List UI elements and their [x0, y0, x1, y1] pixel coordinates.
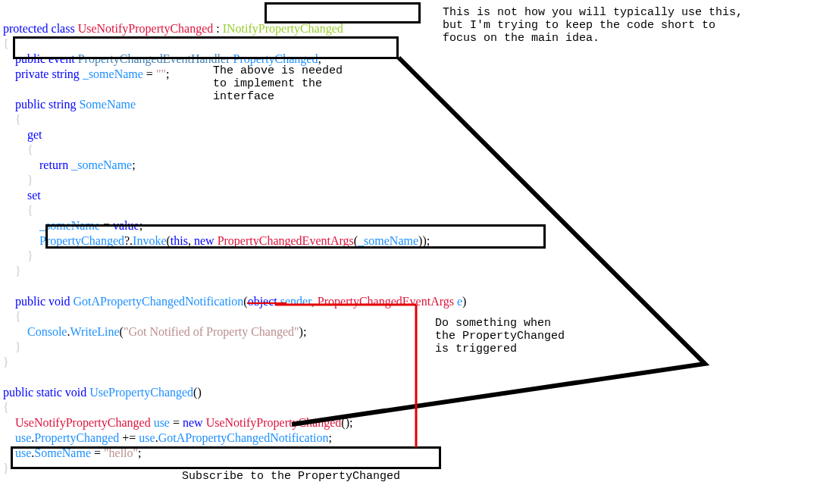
keyword-void: void: [62, 386, 86, 399]
keyword-private: private: [15, 67, 49, 80]
close: );: [299, 325, 307, 338]
parens-semi: ();: [341, 416, 352, 429]
brace: }: [15, 340, 21, 353]
interface-name: INotifyPropertyChanged: [223, 22, 343, 35]
keyword-string: string: [49, 67, 79, 80]
brace: }: [3, 355, 9, 368]
var-use: use: [15, 431, 31, 444]
brace: {: [15, 310, 21, 323]
brace: }: [27, 249, 33, 262]
brace: }: [27, 174, 33, 186]
equals: =: [143, 67, 156, 80]
brace: {: [27, 204, 33, 217]
semicolon: ;: [132, 158, 135, 171]
highlight-box-event: [13, 36, 399, 59]
string-literal: "Got Notified of Property Changed": [124, 325, 299, 338]
property-somename: SomeName: [76, 98, 136, 111]
var-use: use: [151, 416, 170, 429]
annotation-above-needed: The above is needed to implement the int…: [213, 64, 343, 103]
plus-equals: +=: [119, 431, 139, 444]
keyword-public: public: [15, 98, 45, 111]
propertychanged-ref: PropertyChanged: [34, 431, 119, 444]
annotation-do-something: Do something when the PropertyChanged is…: [435, 317, 565, 355]
param-e: e: [454, 295, 462, 308]
handler-ref: GotAPropertyChangedNotification: [158, 431, 329, 444]
type-use: UseNotifyPropertyChanged: [15, 416, 151, 429]
brace: {: [15, 113, 21, 126]
method-notification: GotAPropertyChangedNotification: [70, 295, 243, 308]
console-ref: Console: [27, 325, 67, 338]
equals: =: [170, 416, 183, 429]
brace: {: [27, 143, 33, 156]
highlight-box-interface: [265, 2, 421, 23]
keyword-void: void: [45, 295, 70, 308]
brace: }: [15, 265, 21, 277]
comma: ,: [311, 295, 318, 308]
keyword-public: public: [3, 386, 33, 399]
brace: {: [3, 401, 9, 414]
keyword-object: object: [248, 295, 277, 308]
type-args: PropertyChangedEventArgs: [318, 295, 454, 308]
keyword-new: new: [183, 416, 203, 429]
annotation-subscribe: Subscribe to the PropertyChanged: [182, 470, 400, 483]
parens: (): [193, 386, 202, 399]
keyword-get: get: [27, 128, 42, 141]
type-use: UseNotifyPropertyChanged: [203, 416, 342, 429]
colon: :: [213, 22, 222, 35]
writeline-call: WriteLine: [70, 325, 119, 338]
keyword-static: static: [33, 386, 62, 399]
keyword-set: set: [27, 189, 41, 202]
keyword-public: public: [15, 295, 45, 308]
highlight-box-subscribe: [11, 446, 441, 469]
field-somename: _someName: [80, 67, 143, 80]
keyword-return: return: [39, 158, 68, 171]
highlight-box-invoke: [45, 224, 546, 249]
var-use: use: [139, 431, 155, 444]
keyword-class: class: [49, 22, 75, 35]
brace: }: [3, 462, 9, 474]
annotation-top-right: This is not how you will typically use t…: [443, 6, 743, 45]
class-name: UseNotifyPropertyChanged: [75, 22, 214, 35]
semicolon: ;: [166, 67, 169, 80]
param-sender: sender: [277, 295, 311, 308]
method-usepropertychanged: UsePropertyChanged: [86, 386, 193, 399]
keyword-string: string: [45, 98, 76, 111]
keyword-protected: protected: [3, 22, 49, 35]
string-empty: "": [156, 67, 166, 80]
brace: {: [3, 37, 9, 50]
semicolon: ;: [329, 431, 332, 444]
paren: ): [462, 295, 466, 308]
field-ref: _someName: [68, 158, 132, 171]
